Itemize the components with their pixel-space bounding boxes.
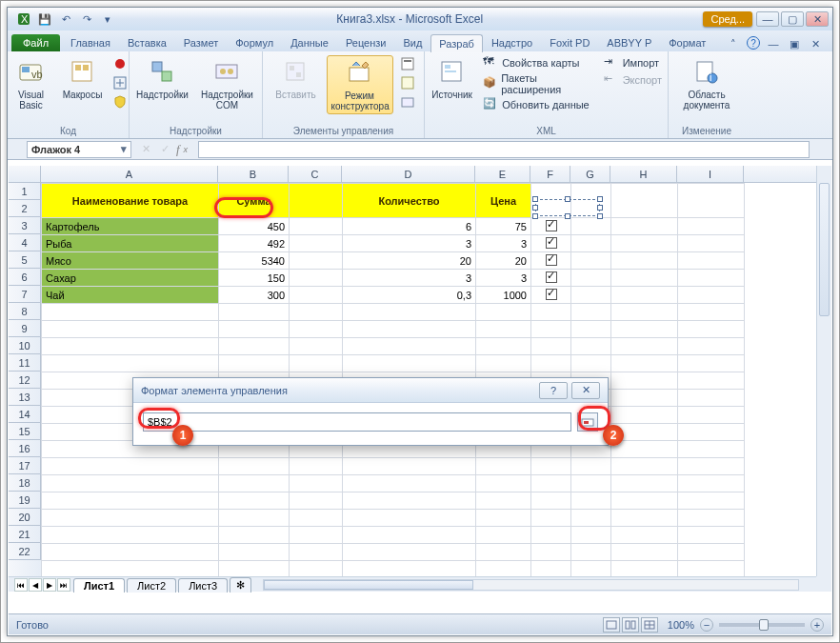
view-page-layout-icon[interactable] xyxy=(622,617,639,633)
extra-title-button[interactable]: Сред... xyxy=(703,11,752,27)
cell[interactable] xyxy=(571,475,611,492)
cell[interactable] xyxy=(611,235,678,252)
insert-control-button[interactable]: Вставить xyxy=(271,55,321,100)
horizontal-scrollbar[interactable] xyxy=(263,579,799,591)
cell[interactable] xyxy=(531,544,571,561)
cell[interactable] xyxy=(219,544,290,561)
column-header[interactable]: H xyxy=(610,166,677,182)
ribbon-tab[interactable]: Вставка xyxy=(119,33,175,51)
row-header[interactable]: 13 xyxy=(9,389,41,406)
ribbon-tab[interactable]: Размет xyxy=(175,33,227,51)
cell[interactable] xyxy=(678,544,745,561)
cell[interactable] xyxy=(42,338,219,355)
cell[interactable]: 6 xyxy=(343,218,476,235)
mdi-minimize-icon[interactable]: — xyxy=(766,36,781,51)
cell[interactable] xyxy=(290,544,343,561)
cell[interactable] xyxy=(42,355,219,372)
cell[interactable] xyxy=(343,561,476,577)
cell[interactable]: 75 xyxy=(476,218,531,235)
cell[interactable] xyxy=(42,475,219,492)
header-cell[interactable] xyxy=(611,184,678,218)
row-header[interactable]: 19 xyxy=(9,492,41,509)
xml-map-properties[interactable]: 🗺Свойства карты xyxy=(483,55,579,70)
cell[interactable] xyxy=(343,355,476,372)
ribbon-tab[interactable]: Надстро xyxy=(483,33,541,51)
cell[interactable] xyxy=(476,492,531,510)
zoom-out-button[interactable]: − xyxy=(700,618,713,632)
checkbox-cell[interactable] xyxy=(531,252,571,270)
cell[interactable] xyxy=(290,527,343,544)
cell[interactable] xyxy=(290,304,343,321)
cell[interactable] xyxy=(611,287,678,304)
cell[interactable]: 1000 xyxy=(476,287,531,304)
cell[interactable] xyxy=(343,544,476,561)
cell[interactable] xyxy=(571,321,611,338)
tab-nav-last-icon[interactable]: ⏭ xyxy=(57,578,70,592)
cell[interactable] xyxy=(678,304,745,321)
cell[interactable] xyxy=(290,270,343,287)
cell[interactable] xyxy=(611,372,678,390)
dialog-close-button[interactable]: ✕ xyxy=(571,382,600,399)
cell[interactable] xyxy=(219,338,290,355)
minimize-button[interactable]: — xyxy=(756,11,779,27)
cell[interactable] xyxy=(611,561,678,577)
header-cell[interactable]: Наименование товара xyxy=(42,184,219,218)
cell[interactable] xyxy=(219,304,290,321)
checkbox-icon[interactable] xyxy=(546,271,557,283)
checkbox-icon[interactable] xyxy=(546,237,557,249)
cell[interactable] xyxy=(678,338,745,355)
cell[interactable] xyxy=(343,492,476,510)
ribbon-minimize-icon[interactable]: ˄ xyxy=(726,36,741,51)
row-header[interactable]: 8 xyxy=(9,303,41,320)
cell[interactable] xyxy=(678,407,745,424)
macros-button[interactable]: Макросы xyxy=(60,55,106,100)
document-panel-button[interactable]: i Область документа xyxy=(675,55,738,111)
xml-import[interactable]: ⇥Импорт xyxy=(604,55,659,70)
cell[interactable] xyxy=(531,338,571,355)
cell[interactable] xyxy=(571,510,611,527)
cell[interactable] xyxy=(290,321,343,338)
row-header[interactable]: 6 xyxy=(9,269,41,286)
cell[interactable] xyxy=(531,561,571,577)
checkbox-cell[interactable] xyxy=(531,287,571,304)
cell[interactable] xyxy=(343,304,476,321)
cell[interactable] xyxy=(571,355,611,372)
cell[interactable] xyxy=(219,510,290,527)
cell[interactable] xyxy=(678,424,745,441)
cell[interactable] xyxy=(571,287,611,304)
cell[interactable]: 20 xyxy=(343,252,476,270)
tab-nav-first-icon[interactable]: ⏮ xyxy=(14,578,28,592)
checkbox-cell[interactable] xyxy=(531,218,571,235)
cell[interactable] xyxy=(219,527,290,544)
ribbon-tab[interactable]: Рецензи xyxy=(337,33,395,51)
zoom-in-button[interactable]: + xyxy=(810,618,824,632)
cell[interactable]: 150 xyxy=(219,270,290,287)
cell[interactable] xyxy=(611,510,678,527)
cell[interactable] xyxy=(290,458,343,475)
ribbon-tab[interactable]: Формул xyxy=(227,33,282,51)
cell[interactable] xyxy=(611,458,678,475)
cell[interactable] xyxy=(476,510,531,527)
cell[interactable] xyxy=(531,321,571,338)
cell[interactable] xyxy=(290,492,343,510)
cell[interactable] xyxy=(219,458,290,475)
cell[interactable] xyxy=(571,544,611,561)
row-header[interactable]: 20 xyxy=(9,509,41,526)
cell[interactable] xyxy=(476,544,531,561)
record-macro-icon[interactable] xyxy=(111,55,129,72)
cell[interactable] xyxy=(476,475,531,492)
cell[interactable] xyxy=(678,218,745,235)
cell[interactable]: Мясо xyxy=(42,252,219,270)
cell[interactable] xyxy=(531,475,571,492)
cell[interactable]: Сахар xyxy=(42,270,219,287)
row-header[interactable]: 22 xyxy=(9,543,41,560)
cell[interactable] xyxy=(42,544,219,561)
cell[interactable] xyxy=(531,355,571,372)
help-icon[interactable]: ? xyxy=(747,36,760,50)
header-cell[interactable] xyxy=(678,184,745,218)
run-dialog-icon[interactable] xyxy=(399,93,416,111)
cell-link-input[interactable]: $B$2 xyxy=(143,412,571,432)
cell[interactable] xyxy=(571,492,611,510)
cell[interactable] xyxy=(531,510,571,527)
cell[interactable] xyxy=(678,390,745,407)
